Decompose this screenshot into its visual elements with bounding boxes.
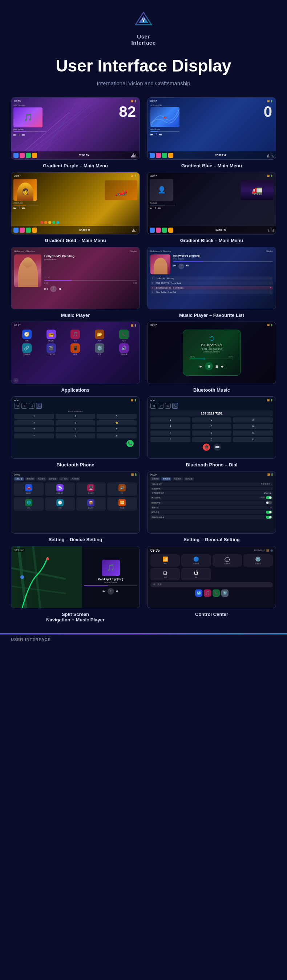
label-apps: Applications	[61, 387, 89, 393]
label-setting-device: Setting – Device Setting	[48, 537, 102, 542]
screen-general-display: 00:00 📶 🔋 车载设置 通用设置 互联模式 蓝牙设置	[147, 471, 276, 533]
bluetooth-icon: ⬡	[190, 335, 233, 342]
immersive-icon: ◯	[225, 557, 230, 562]
screen-music-fav-item: Hollywood's Bleeding Playlist Hollywood'…	[147, 247, 276, 318]
sub-title: International Vision and Craftsmanship	[0, 80, 287, 86]
screen-apps-item: 07:37 📶 🔋 🧭 导航 📻	[11, 321, 140, 393]
screen-setting-general: 00:00 📶 🔋 车载设置 通用设置 互联模式 蓝牙设置	[147, 471, 276, 533]
screen-gradient-purple-item: 09:55 📶 🔋	[11, 97, 140, 169]
screen-apps-display: 07:37 📶 🔋 🧭 导航 📻	[11, 322, 140, 383]
grid-row-1: 09:55 📶 🔋	[0, 97, 287, 169]
screen-gradient-blue-item: 07:37 📶 🔋 All Around Me	[147, 97, 276, 169]
screen-bt-music-display: 07:37 📶 🔋 ⬡ Bluetooth 5.1 Feels Like Sum…	[147, 322, 276, 383]
theme-icon: ⚙️	[255, 557, 261, 562]
screen-gradient-gold-item: 23:47 📶 🔋 👩 Artist Name	[11, 172, 140, 243]
bottom-label: USER INTERFACE	[0, 635, 287, 644]
logo-icon: Y	[134, 11, 153, 30]
screen-music-player-item: Hollywood's Bleeding Playlist	[11, 247, 140, 318]
label-bt-phone: Bluetooth Phone	[57, 462, 94, 468]
screen-purple-display: 09:55 📶 🔋	[11, 98, 140, 159]
screen-setting-device: 00:00 📶 🔋 车载设置 通用设置 互联模式 蓝牙设置 工厂模式	[11, 471, 140, 533]
svg-text:Y: Y	[142, 18, 145, 23]
screen-gradient-gold: 23:47 📶 🔋 👩 Artist Name	[11, 172, 140, 234]
screen-apps: 07:37 📶 🔋 🧭 导航 📻	[11, 321, 140, 384]
screen-split-display: GPS Nav --:-- 🎵 Goodnight n go(live) Ari…	[11, 546, 140, 608]
grid-row-6: 00:00 📶 🔋 车载设置 通用设置 互联模式 蓝牙设置 工厂模式	[0, 471, 287, 542]
power-icon: ⏻	[194, 570, 198, 576]
screen-gradient-blue: 07:37 📶 🔋 All Around Me	[147, 97, 276, 160]
label-split-screen: Split ScreenNavigation + Music Player	[46, 612, 105, 622]
wifi-icon: 📶	[163, 557, 168, 562]
screen-control: 09:35 1920×1080 📶 ⚙️ 📶 WIFI	[147, 546, 276, 608]
grid-row-3: Hollywood's Bleeding Playlist	[0, 247, 287, 318]
grid-row-4: 07:37 📶 🔋 🧭 导航 📻	[0, 321, 287, 393]
grid-row-7: GPS Nav --:-- 🎵 Goodnight n go(live) Ari…	[0, 546, 287, 622]
label-gradient-purple: Gradient Purple – Main Menu	[43, 163, 108, 169]
header: Y UserInterface	[0, 11, 287, 46]
screen-gradient-black: 23:47 📶 🔋 👤 You Said	[147, 172, 276, 234]
header-subtitle: UserInterface	[131, 33, 155, 46]
label-setting-general: Setting – General Setting	[183, 537, 240, 542]
screen-bt-music: 07:37 📶 🔋 ⬡ Bluetooth 5.1 Feels Like Sum…	[147, 321, 276, 384]
screen-gradient-black-item: 23:47 📶 🔋 👤 You Said	[147, 172, 276, 243]
screen-setting-device-item: 00:00 📶 🔋 车载设置 通用设置 互联模式 蓝牙设置 工厂模式	[11, 471, 140, 542]
screen-control-display: 09:35 1920×1080 📶 ⚙️ 📶 WIFI	[147, 546, 276, 608]
screen-bt-dial-display: --:-- 📶 🔋 ◁ ○ □ 📞	[147, 397, 276, 458]
page-wrapper: Y UserInterface User Interface Display I…	[0, 0, 287, 980]
label-gradient-blue: Gradient Blue – Main Menu	[181, 163, 242, 169]
screen-music-player: Hollywood's Bleeding Playlist	[11, 247, 140, 309]
screen-device-display: 00:00 📶 🔋 车载设置 通用设置 互联模式 蓝牙设置 工厂模式	[11, 471, 140, 533]
screen-bt-phone-item: --:-- 📶 🔋 ◁ ○ □ 📞 Not Connected	[11, 396, 140, 468]
label-bt-phone-dial: Bluetooth Phone – Dial	[186, 462, 237, 468]
label-control-center: Control Center	[195, 612, 228, 617]
grid-row-2: 23:47 📶 🔋 👩 Artist Name	[0, 172, 287, 243]
screen-music-fav: Hollywood's Bleeding Playlist Hollywood'…	[147, 247, 276, 309]
screen-setting-general-item: 00:00 📶 🔋 车载设置 通用设置 互联模式 蓝牙设置	[147, 471, 276, 542]
main-title: User Interface Display	[14, 57, 273, 75]
label-music-player: Music Player	[61, 312, 90, 318]
screen-bt-phone-dial: --:-- 📶 🔋 ◁ ○ □ 📞	[147, 396, 276, 459]
screen-fav-display: Hollywood's Bleeding Playlist Hollywood'…	[147, 247, 276, 309]
screen-gold-display: 23:47 📶 🔋 👩 Artist Name	[11, 172, 140, 234]
svg-point-15	[46, 557, 49, 560]
grid-row-5: --:-- 📶 🔋 ◁ ○ □ 📞 Not Connected	[0, 396, 287, 468]
screen-blue-display: 07:37 📶 🔋 All Around Me	[147, 98, 276, 159]
screen-control-item: 09:35 1920×1080 📶 ⚙️ 📶 WIFI	[147, 546, 276, 622]
screen-split: GPS Nav --:-- 🎵 Goodnight n go(live) Ari…	[11, 546, 140, 608]
screen-music-display: Hollywood's Bleeding Playlist	[11, 247, 140, 309]
screen-split-item: GPS Nav --:-- 🎵 Goodnight n go(live) Ari…	[11, 546, 140, 622]
screen-bt-music-item: 07:37 📶 🔋 ⬡ Bluetooth 5.1 Feels Like Sum…	[147, 321, 276, 393]
screen-bt-phone: --:-- 📶 🔋 ◁ ○ □ 📞 Not Connected	[11, 396, 140, 459]
screen-bt-phone-display: --:-- 📶 🔋 ◁ ○ □ 📞 Not Connected	[11, 397, 140, 458]
svg-point-14	[20, 575, 24, 579]
split-icon: ⊟	[163, 570, 167, 576]
label-gradient-black: Gradient Black – Main Menu	[180, 238, 243, 243]
label-gradient-gold: Gradient Gold – Main Menu	[45, 238, 106, 243]
screen-bt-phone-dial-item: --:-- 📶 🔋 ◁ ○ □ 📞	[147, 396, 276, 468]
bluetooth-icon: 🔵	[193, 557, 199, 562]
label-music-fav: Music Player – Favourite List	[179, 312, 244, 318]
label-bt-music: Bluetooth Music	[193, 387, 230, 393]
screen-black-display: 23:47 📶 🔋 👤 You Said	[147, 172, 276, 234]
screen-gradient-purple: 09:55 📶 🔋	[11, 97, 140, 160]
